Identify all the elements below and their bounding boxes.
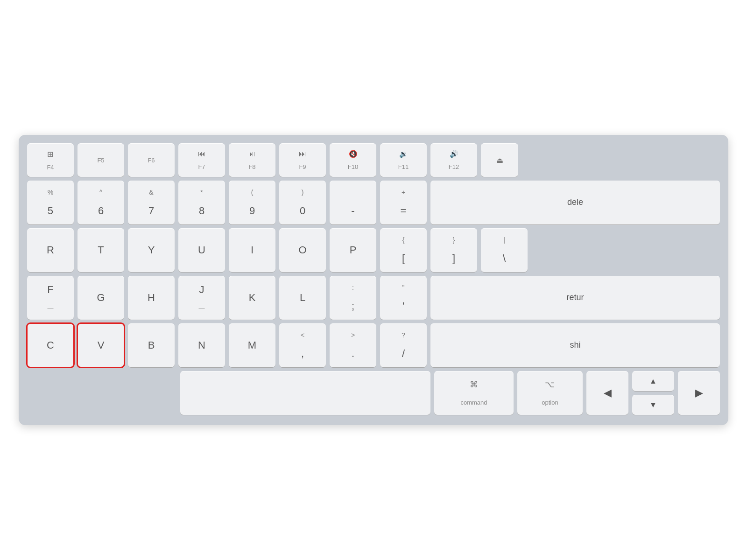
key-g[interactable]: G xyxy=(78,276,124,320)
key-equals[interactable]: + = xyxy=(380,181,427,224)
key-return[interactable]: retur xyxy=(430,276,720,320)
key-f6[interactable]: F6 xyxy=(128,143,175,177)
qwerty-row: R T Y U I O P { [ } ] xyxy=(27,228,720,272)
key-option[interactable]: ⌥ option xyxy=(517,371,583,415)
key-arrow-up[interactable]: ▲ xyxy=(632,371,674,391)
key-command[interactable]: ⌘ command xyxy=(434,371,514,415)
key-y[interactable]: Y xyxy=(128,228,175,272)
home-row: F — G H J — K L : ; xyxy=(27,276,720,320)
key-c[interactable]: C xyxy=(27,323,74,367)
key-t[interactable]: T xyxy=(78,228,124,272)
key-u[interactable]: U xyxy=(178,228,225,272)
key-arrow-right[interactable]: ▶ xyxy=(678,371,720,415)
key-9[interactable]: ( 9 xyxy=(229,181,275,224)
key-8[interactable]: * 8 xyxy=(178,181,225,224)
key-minus[interactable]: — - xyxy=(330,181,376,224)
command-icon: ⌘ xyxy=(470,379,478,390)
key-o[interactable]: O xyxy=(279,228,326,272)
volume-up-icon: 🔊 xyxy=(450,150,458,158)
key-comma[interactable]: < , xyxy=(279,323,326,367)
rewind-icon: ⏮ xyxy=(198,150,205,158)
key-l[interactable]: L xyxy=(279,276,326,320)
key-f10[interactable]: 🔇 F10 xyxy=(330,143,376,177)
key-5[interactable]: % 5 xyxy=(27,181,74,224)
key-7[interactable]: & 7 xyxy=(128,181,175,224)
key-b[interactable]: B xyxy=(128,323,175,367)
key-eject[interactable]: ⏏ xyxy=(481,143,518,177)
key-f7[interactable]: ⏮ F7 xyxy=(178,143,225,177)
key-left-bracket[interactable]: { [ xyxy=(380,228,427,272)
key-arrow-down[interactable]: ▼ xyxy=(632,395,674,415)
key-f9[interactable]: ⏭ F9 xyxy=(279,143,326,177)
volume-down-icon: 🔉 xyxy=(399,150,408,158)
key-m[interactable]: M xyxy=(229,323,275,367)
eject-icon: ⏏ xyxy=(496,156,503,165)
key-f12[interactable]: 🔊 F12 xyxy=(430,143,477,177)
bottom-row: ⌘ command ⌥ option ◀ ▲ ▼ xyxy=(27,371,720,415)
key-j[interactable]: J — xyxy=(178,276,225,320)
key-r[interactable]: R xyxy=(27,228,74,272)
key-arrow-left[interactable]: ◀ xyxy=(586,371,628,415)
key-semicolon[interactable]: : ; xyxy=(330,276,376,320)
key-f8[interactable]: ⏯ F8 xyxy=(229,143,275,177)
key-n[interactable]: N xyxy=(178,323,225,367)
key-i[interactable]: I xyxy=(229,228,275,272)
fast-forward-icon: ⏭ xyxy=(299,150,306,158)
key-quote[interactable]: " ' xyxy=(380,276,427,320)
mute-icon: 🔇 xyxy=(349,150,358,158)
option-icon: ⌥ xyxy=(545,379,555,390)
key-k[interactable]: K xyxy=(229,276,275,320)
key-space[interactable] xyxy=(180,371,430,415)
key-slash[interactable]: ? / xyxy=(380,323,427,367)
key-0[interactable]: ) 0 xyxy=(279,181,326,224)
shift-row: C V B N M < , > . ? / xyxy=(27,323,720,367)
key-v[interactable]: V xyxy=(78,323,124,367)
key-h[interactable]: H xyxy=(128,276,175,320)
key-period[interactable]: > . xyxy=(330,323,376,367)
launchpad-icon: ⊞ xyxy=(47,150,53,159)
fn-row: ⊞ F4 F5 F6 ⏮ F7 ⏯ F8 ⏭ F9 xyxy=(27,143,720,177)
key-right-bracket[interactable]: } ] xyxy=(430,228,477,272)
key-backslash[interactable]: | \ xyxy=(481,228,528,272)
key-6[interactable]: ^ 6 xyxy=(78,181,124,224)
key-delete[interactable]: dele xyxy=(430,181,720,224)
key-f5[interactable]: F5 xyxy=(78,143,124,177)
key-f11[interactable]: 🔉 F11 xyxy=(380,143,427,177)
keyboard: ⊞ F4 F5 F6 ⏮ F7 ⏯ F8 ⏭ F9 xyxy=(19,135,728,425)
play-pause-icon: ⏯ xyxy=(248,150,256,158)
number-row: % 5 ^ 6 & 7 * 8 ( 9 xyxy=(27,181,720,224)
key-shift-right[interactable]: shi xyxy=(430,323,720,367)
key-f[interactable]: F — xyxy=(27,276,74,320)
key-p[interactable]: P xyxy=(330,228,376,272)
key-f4[interactable]: ⊞ F4 xyxy=(27,143,74,177)
